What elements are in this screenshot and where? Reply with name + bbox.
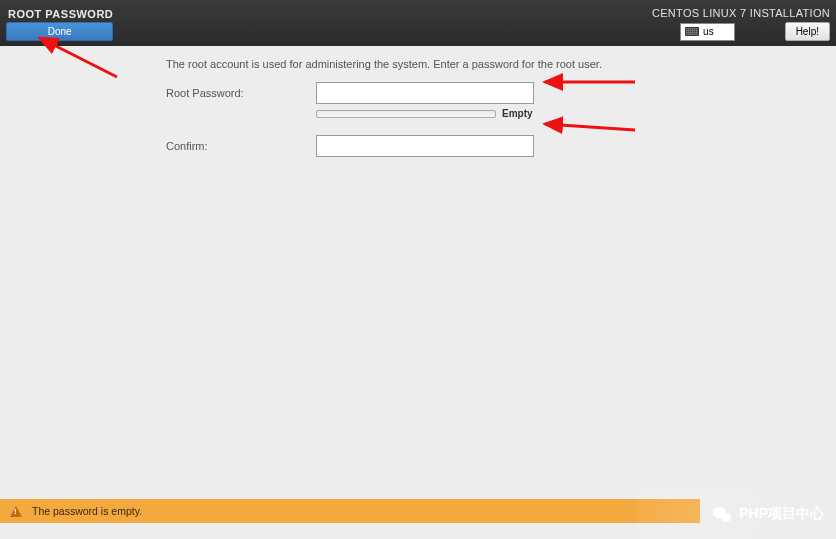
password-strength-meter (316, 110, 496, 118)
header-bar: ROOT PASSWORD Done CENTOS LINUX 7 INSTAL… (0, 0, 836, 46)
root-password-input[interactable] (316, 82, 534, 104)
confirm-password-row: Confirm: (166, 135, 836, 157)
warning-icon (10, 506, 22, 517)
header-left: ROOT PASSWORD Done (6, 6, 113, 41)
wechat-icon (711, 503, 733, 525)
password-strength-text: Empty (502, 108, 533, 119)
keyboard-icon (685, 27, 699, 36)
watermark-text: PHP项目中心 (739, 505, 824, 523)
warning-message: The password is empty. (32, 505, 142, 517)
header-controls: us Help! (680, 22, 830, 41)
root-password-label: Root Password: (166, 87, 316, 99)
password-strength-row: Empty (316, 108, 836, 119)
watermark: PHP项目中心 (636, 489, 836, 539)
info-text: The root account is used for administeri… (166, 58, 836, 70)
confirm-password-input[interactable] (316, 135, 534, 157)
keyboard-layout-label: us (703, 26, 714, 37)
page-title: ROOT PASSWORD (6, 8, 113, 20)
confirm-password-label: Confirm: (166, 140, 316, 152)
root-password-row: Root Password: (166, 82, 836, 104)
keyboard-layout-selector[interactable]: us (680, 23, 735, 41)
header-right: CENTOS LINUX 7 INSTALLATION us Help! (652, 5, 830, 41)
content-area: The root account is used for administeri… (0, 46, 836, 157)
warning-bar: The password is empty. (0, 499, 700, 523)
done-button[interactable]: Done (6, 22, 113, 41)
installer-title: CENTOS LINUX 7 INSTALLATION (652, 7, 830, 19)
help-button[interactable]: Help! (785, 22, 830, 41)
